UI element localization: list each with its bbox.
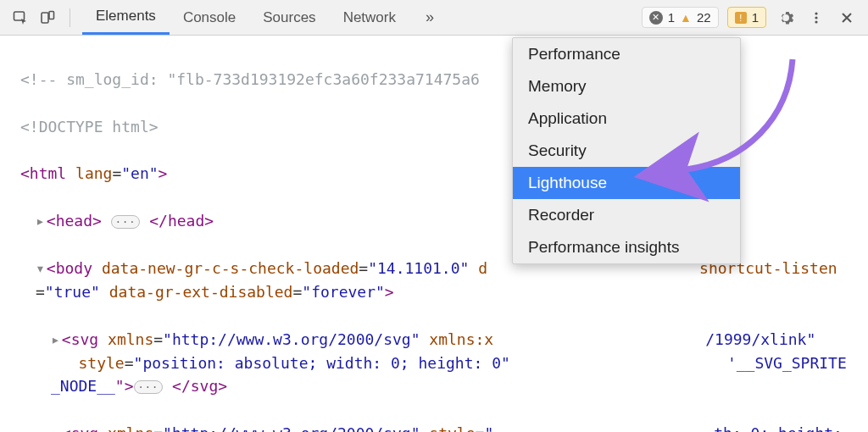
svg-point-5 [815,20,817,23]
settings-icon[interactable] [775,7,797,29]
menu-item-application[interactable]: Application [513,102,740,135]
svg-point-3 [815,12,817,14]
inspect-element-icon[interactable] [8,6,32,30]
doctype-node: <!DOCTYPE html> [20,118,159,136]
toolbar-right: ✕ 1 ▲ 22 ! 1 [642,7,865,29]
issue-count: 1 [752,10,759,25]
menu-item-memory[interactable]: Memory [513,70,740,102]
tab-console[interactable]: Console [170,0,249,35]
device-toggle-icon[interactable] [36,6,59,30]
warning-icon: ▲ [680,11,692,25]
menu-item-performance-insights[interactable]: Performance insights [513,231,740,263]
error-icon: ✕ [649,11,663,25]
issues-badge[interactable]: ! 1 [727,7,766,28]
svg-rect-2 [49,11,54,19]
more-options-icon[interactable] [805,7,827,29]
expand-toggle[interactable]: ▸ [36,212,45,230]
toolbar-left [3,6,77,30]
ellipsis-icon[interactable]: ··· [111,215,141,229]
more-tabs-dropdown: Performance Memory Application Security … [512,37,741,264]
warning-count: 22 [697,10,711,25]
svg-point-4 [815,16,817,19]
ellipsis-icon[interactable]: ··· [134,380,164,394]
close-icon[interactable] [836,7,858,29]
svg-rect-1 [42,13,48,23]
separator [70,8,70,27]
error-count: 1 [668,10,675,25]
menu-item-performance[interactable]: Performance [513,38,740,70]
panel-tabs: Elements Console Sources Network [82,0,409,35]
expand-toggle[interactable]: ▸ [51,330,60,348]
menu-item-lighthouse[interactable]: Lighthouse [513,167,740,199]
expand-toggle[interactable]: ▾ [36,259,45,277]
devtools-toolbar: Elements Console Sources Network » ✕ 1 ▲… [0,0,868,36]
comment-node: <!-- sm_log_id: "flb-733d193192efc3a60f2… [20,70,480,88]
svg-rect-0 [14,12,25,20]
expand-toggle[interactable]: ▸ [51,424,60,432]
issue-icon: ! [735,12,747,24]
console-counts[interactable]: ✕ 1 ▲ 22 [642,7,719,28]
tab-elements[interactable]: Elements [82,0,170,35]
menu-item-recorder[interactable]: Recorder [513,199,740,231]
menu-item-security[interactable]: Security [513,135,740,167]
more-tabs-button[interactable]: » [418,6,442,30]
tab-sources[interactable]: Sources [249,0,329,35]
tab-network[interactable]: Network [330,0,409,35]
